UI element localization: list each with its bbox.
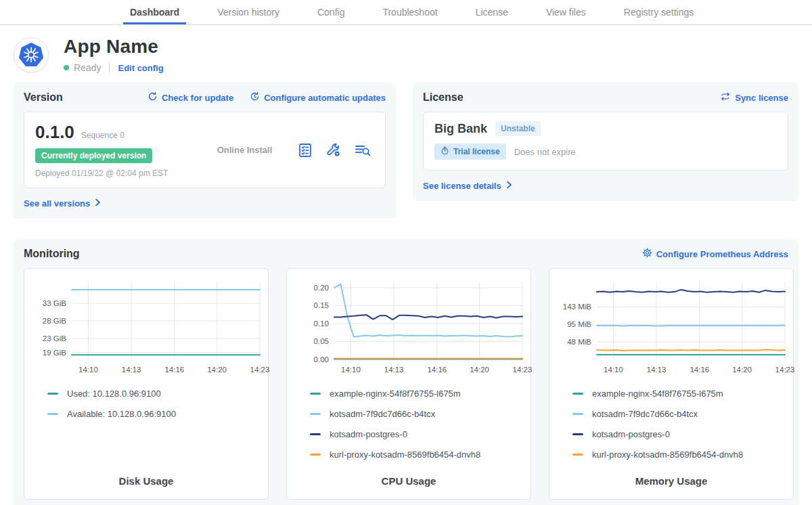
tab-config[interactable]: Config	[311, 0, 351, 24]
legend-swatch	[47, 413, 58, 415]
svg-text:14:16: 14:16	[164, 366, 184, 374]
status-text: Ready	[74, 62, 101, 73]
legend-item: Used: 10.128.0.96:9100	[47, 389, 261, 399]
memory-usage-chart: 48 MiB95 MiB143 MiB14:1014:1314:1614:201…	[549, 276, 794, 380]
svg-text:0.10: 0.10	[314, 320, 329, 328]
deployed-timestamp: Deployed 01/19/22 @ 02:04 pm EST	[35, 169, 192, 178]
svg-text:14:10: 14:10	[604, 366, 623, 374]
svg-text:143 MiB: 143 MiB	[563, 303, 592, 311]
legend-item: kotsadm-postgres-0	[310, 429, 524, 439]
chevron-right-icon	[94, 198, 102, 208]
view-logs-icon[interactable]	[354, 142, 371, 158]
release-notes-icon[interactable]	[297, 142, 313, 158]
legend-swatch	[572, 454, 583, 456]
stopwatch-icon	[441, 146, 449, 157]
svg-text:14:16: 14:16	[690, 366, 709, 374]
legend-swatch	[572, 413, 583, 415]
version-card-title: Version	[24, 91, 63, 104]
disk-usage-legend: Used: 10.128.0.96:9100Available: 10.128.…	[24, 380, 268, 475]
svg-text:14:13: 14:13	[384, 366, 404, 374]
svg-text:14:20: 14:20	[470, 366, 489, 374]
configure-automatic-updates-link[interactable]: Configure automatic updates	[250, 91, 386, 104]
legend-swatch	[310, 433, 321, 435]
legend-item: kurl-proxy-kotsadm-8569fb6454-dnvh8	[310, 449, 524, 460]
monitoring-section: Monitoring Configure Prometheus Address …	[14, 239, 798, 505]
configure-prometheus-link[interactable]: Configure Prometheus Address	[642, 248, 788, 260]
tab-version-history[interactable]: Version history	[210, 0, 286, 24]
legend-label: kurl-proxy-kotsadm-8569fb6454-dnvh8	[330, 449, 480, 460]
legend-label: example-nginx-54f8f76755-l675m	[330, 389, 461, 399]
clock-refresh-icon	[250, 91, 260, 104]
version-sequence: Sequence 0	[81, 131, 125, 140]
svg-text:0.05: 0.05	[314, 337, 329, 345]
license-card-title: License	[423, 91, 464, 104]
legend-swatch	[310, 413, 321, 415]
legend-label: kotsadm-postgres-0	[592, 429, 670, 439]
svg-text:48 MiB: 48 MiB	[567, 338, 591, 346]
svg-text:33 GiB: 33 GiB	[43, 299, 66, 307]
legend-swatch	[47, 393, 58, 395]
svg-text:95 MiB: 95 MiB	[567, 320, 591, 328]
cpu-usage-title: CPU Usage	[287, 475, 531, 499]
legend-label: kurl-proxy-kotsadm-8569fb6454-dnvh8	[592, 449, 743, 460]
svg-text:14:23: 14:23	[250, 366, 269, 374]
sync-icon	[720, 91, 731, 104]
legend-label: kotsadm-postgres-0	[330, 429, 407, 439]
svg-text:14:23: 14:23	[775, 366, 794, 374]
memory-usage-card: 48 MiB95 MiB143 MiB14:1014:1314:1614:201…	[549, 268, 794, 500]
channel-badge: Unstable	[495, 121, 541, 136]
charts-row: 19 GiB23 GiB28 GiB33 GiB14:1014:1314:161…	[24, 268, 788, 500]
memory-usage-title: Memory Usage	[549, 475, 793, 499]
config-wrench-icon[interactable]	[325, 142, 342, 158]
legend-item: example-nginx-54f8f76755-l675m	[310, 389, 524, 399]
memory-usage-legend: example-nginx-54f8f76755-l675mkotsadm-7f…	[549, 380, 793, 475]
kubernetes-logo-icon	[14, 37, 49, 72]
deployed-badge: Currently deployed version	[35, 148, 152, 163]
sync-license-link[interactable]: Sync license	[720, 91, 788, 104]
tab-license[interactable]: License	[469, 0, 515, 24]
svg-text:23 GiB: 23 GiB	[43, 334, 66, 343]
svg-text:14:20: 14:20	[732, 366, 752, 374]
chevron-right-icon	[505, 181, 513, 191]
cpu-usage-legend: example-nginx-54f8f76755-l675mkotsadm-7f…	[287, 380, 531, 475]
top-navbar: Dashboard Version history Config Trouble…	[0, 0, 812, 25]
svg-text:14:13: 14:13	[647, 366, 667, 374]
svg-text:14:23: 14:23	[513, 366, 532, 374]
edit-config-link[interactable]: Edit config	[118, 63, 163, 73]
install-type-label: Online Install	[192, 145, 297, 155]
svg-text:14:13: 14:13	[122, 366, 141, 374]
svg-text:14:16: 14:16	[427, 366, 447, 374]
svg-text:14:10: 14:10	[78, 366, 98, 374]
legend-swatch	[310, 393, 321, 395]
disk-usage-title: Disk Usage	[24, 475, 268, 499]
legend-label: Used: 10.128.0.96:9100	[67, 389, 161, 399]
tab-registry-settings[interactable]: Registry settings	[617, 0, 700, 24]
tab-view-files[interactable]: View files	[539, 0, 593, 24]
legend-label: kotsadm-7f9dc7d66c-b4tcx	[592, 409, 698, 419]
legend-item: example-nginx-54f8f76755-l675m	[572, 389, 786, 399]
refresh-icon	[148, 91, 158, 104]
svg-text:14:10: 14:10	[341, 366, 361, 374]
license-details-card: Big Bank Unstable Trial license Does not…	[423, 112, 788, 171]
legend-swatch	[572, 393, 583, 395]
legend-label: kotsadm-7f9dc7d66c-b4tcx	[330, 409, 435, 419]
legend-swatch	[572, 433, 583, 435]
legend-item: kotsadm-postgres-0	[572, 429, 786, 439]
license-card: License Sync license Big Bank Unstable	[413, 83, 798, 201]
current-version-card: 0.1.0 Sequence 0 Currently deployed vers…	[24, 112, 386, 188]
gear-icon	[642, 248, 652, 260]
svg-text:0.20: 0.20	[314, 284, 329, 292]
svg-text:0.00: 0.00	[314, 355, 329, 364]
see-license-details-link[interactable]: See license details	[423, 181, 513, 191]
disk-usage-chart: 19 GiB23 GiB28 GiB33 GiB14:1014:1314:161…	[24, 276, 269, 380]
svg-text:14:20: 14:20	[207, 366, 227, 374]
license-customer-name: Big Bank	[434, 122, 487, 136]
see-all-versions-link[interactable]: See all versions	[24, 198, 102, 208]
legend-item: kotsadm-7f9dc7d66c-b4tcx	[310, 409, 524, 419]
tab-dashboard[interactable]: Dashboard	[123, 0, 186, 24]
app-header: App Name Ready Edit config	[0, 25, 812, 73]
tab-troubleshoot[interactable]: Troubleshoot	[376, 0, 444, 24]
trial-license-badge: Trial license	[434, 144, 506, 160]
check-for-update-link[interactable]: Check for update	[148, 91, 233, 104]
legend-label: example-nginx-54f8f76755-l675m	[592, 389, 723, 399]
